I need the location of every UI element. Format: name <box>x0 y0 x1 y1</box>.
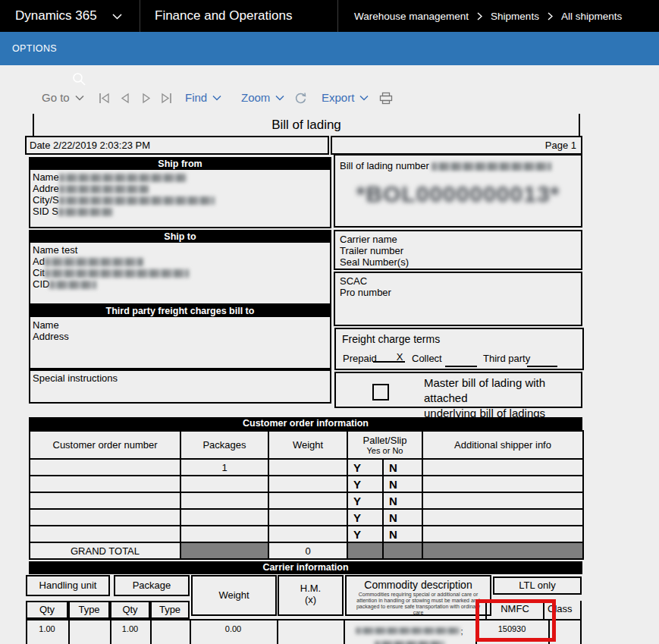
carrier-name-label: Carrier name <box>340 234 581 245</box>
third-party-header: Third party freight charges bill to <box>30 305 330 317</box>
refresh-icon[interactable] <box>294 92 307 105</box>
redacted-value <box>431 162 551 171</box>
ship-to-cid: CID <box>33 278 330 290</box>
redacted-value <box>58 208 113 216</box>
redacted-value <box>375 641 444 644</box>
ship-from-header: Ship from <box>30 159 330 170</box>
bol-number-box: Bill of lading number *BOL0000000013* <box>334 154 582 228</box>
additional-cell <box>422 492 583 509</box>
third-party-address-label: Address <box>33 331 330 342</box>
scac-box: SCAC Pro number <box>334 272 582 326</box>
third-party-underline <box>527 357 557 367</box>
ship-to-address-label: Ad <box>33 256 45 267</box>
chevron-right-icon <box>477 12 482 20</box>
chevron-down-icon[interactable] <box>112 14 122 20</box>
ship-from-name: Name <box>33 171 330 183</box>
dynamics-365-menu[interactable]: Dynamics 365 <box>15 0 97 32</box>
export-menu-button[interactable]: Export <box>322 85 369 111</box>
goto-menu-button[interactable]: Go to <box>42 85 84 111</box>
redacted-value <box>45 258 143 266</box>
app-name-link[interactable]: Finance and Operations <box>155 0 292 32</box>
pallet-no-cell: N <box>383 492 422 509</box>
additional-cell <box>422 526 583 542</box>
chevron-down-icon <box>359 95 369 101</box>
ship-from-box: Ship from Name Addre City/S SID S <box>29 157 331 228</box>
first-page-icon[interactable] <box>99 93 111 104</box>
chevron-down-icon <box>75 95 84 101</box>
weight-value: 0.00 <box>190 624 277 633</box>
previous-page-icon[interactable] <box>120 93 130 104</box>
grand-total-row: GRAND TOTAL 0 <box>30 542 583 559</box>
hu-qty-header: Qty <box>26 601 68 619</box>
commodity-value: ; <box>344 624 475 644</box>
redacted-value <box>59 196 215 205</box>
pkg-qty-value: 1.00 <box>110 624 150 633</box>
hm-line2: (x) <box>279 594 342 605</box>
bol-barcode-text: *BOL0000000013* <box>335 181 581 207</box>
bol-number-line: Bill of lading number <box>335 156 581 171</box>
third-party-terms-label: Third party <box>483 353 530 364</box>
print-icon[interactable] <box>379 92 393 105</box>
ship-to-city-label: Cit <box>33 267 45 278</box>
bol-number-label: Bill of lading number <box>340 160 429 171</box>
hu-qty-value: 1.00 <box>26 624 68 633</box>
ship-from-address-label: Addre <box>33 183 59 194</box>
redacted-value <box>59 174 187 182</box>
redacted-value <box>59 185 149 193</box>
zoom-label: Zoom <box>241 85 270 111</box>
pallet-yes-cell: Y <box>347 459 383 476</box>
zoom-menu-button[interactable]: Zoom <box>241 85 284 111</box>
report-page-number: Page 1 <box>331 136 582 155</box>
seal-numbers-label: Seal Number(s) <box>340 256 581 268</box>
last-page-icon[interactable] <box>160 93 172 104</box>
ship-from-sid: SID S <box>33 206 330 217</box>
commodity-punct: ; <box>460 627 463 636</box>
grand-total-label: GRAND TOTAL <box>30 542 180 559</box>
packages-cell <box>180 492 268 509</box>
breadcrumb-warehouse-management[interactable]: Warehouse management <box>354 11 469 22</box>
goto-label: Go to <box>42 85 70 111</box>
order-cell <box>30 526 180 542</box>
breadcrumb-shipments[interactable]: Shipments <box>491 11 539 22</box>
weight-cell <box>268 509 347 526</box>
master-bol-checkbox[interactable] <box>372 384 389 401</box>
carrier-name-box: Carrier name Trailer number Seal Number(… <box>334 230 582 270</box>
commodity-title: Commodity description <box>347 576 490 591</box>
grand-total-no-cell <box>383 542 422 559</box>
pallet-no-cell: N <box>383 526 422 542</box>
collect-underline <box>445 357 477 367</box>
pallet-no-cell: N <box>383 459 422 476</box>
customer-order-table: Customer order number Packages Weight Pa… <box>29 430 584 560</box>
chevron-right-icon <box>548 12 553 20</box>
options-tab[interactable]: OPTIONS <box>12 32 57 65</box>
redacted-value <box>356 627 460 634</box>
redacted-value <box>49 281 96 289</box>
packages-cell <box>180 476 268 492</box>
grand-total-weight: 0 <box>268 542 347 559</box>
yes-or-no-label: Yes or No <box>351 446 419 455</box>
export-label: Export <box>322 85 354 111</box>
pallet-yes-cell: Y <box>347 492 383 509</box>
packages-cell <box>180 509 268 526</box>
ship-to-name: Name test <box>33 244 330 256</box>
pallet-yes-cell: Y <box>347 526 383 542</box>
weight-cell <box>268 526 347 542</box>
ship-to-header: Ship to <box>30 231 330 243</box>
ship-from-name-label: Name <box>33 171 59 183</box>
pkg-qty-header: Qty <box>110 601 150 619</box>
grand-total-packages-cell <box>180 542 268 559</box>
weight-cell <box>268 459 347 476</box>
additional-cell <box>422 459 583 476</box>
third-party-name-label: Name <box>33 319 330 331</box>
divider <box>337 0 338 32</box>
table-row: Y N <box>30 476 583 492</box>
ship-from-city: City/S <box>33 194 330 206</box>
table-row: Y N <box>30 509 583 526</box>
find-menu-button[interactable]: Find <box>185 85 221 111</box>
breadcrumb-all-shipments[interactable]: All shipments <box>561 11 622 22</box>
col-additional-shipper-info: Additional shipper info <box>422 431 583 459</box>
ship-to-address: Ad <box>33 256 330 267</box>
trailer-number-label: Trailer number <box>340 245 581 256</box>
next-page-icon[interactable] <box>141 93 152 104</box>
order-cell <box>30 476 180 492</box>
